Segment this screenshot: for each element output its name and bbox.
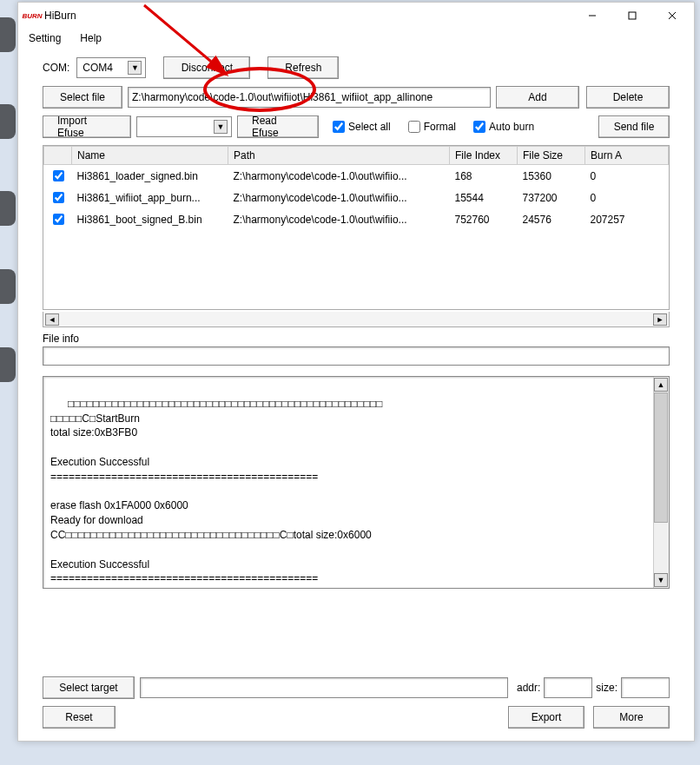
col-file-index[interactable]: File Index [450, 147, 518, 165]
close-button[interactable] [652, 3, 692, 29]
desktop-icon [0, 269, 16, 304]
cell-file-size: 737200 [518, 187, 585, 208]
scroll-thumb[interactable] [654, 392, 668, 523]
cell-burn-addr: 207257 [585, 208, 669, 230]
refresh-button[interactable]: Refresh [267, 56, 339, 79]
table-row[interactable]: Hi3861_wifiiot_app_burn...Z:\harmony\cod… [44, 187, 669, 208]
col-path[interactable]: Path [228, 147, 450, 165]
row-checkbox[interactable] [53, 214, 64, 225]
import-efuse-button[interactable]: Import Efuse [43, 115, 131, 138]
file-path-field[interactable]: Z:\harmony\code\code-1.0\out\wifiiot\Hi3… [128, 87, 491, 108]
fileinfo-label: File info [43, 333, 670, 345]
auto-burn-checkbox[interactable]: Auto burn [470, 118, 534, 135]
col-file-size[interactable]: File Size [518, 147, 585, 165]
addr-field[interactable] [544, 677, 592, 698]
efuse-select[interactable]: ▼ [136, 116, 232, 137]
scroll-down-icon[interactable]: ▼ [654, 573, 668, 587]
cell-path: Z:\harmony\code\code-1.0\out\wifiio... [228, 165, 450, 188]
app-icon: BURN [25, 9, 39, 23]
formal-checkbox[interactable]: Formal [405, 118, 456, 135]
scroll-right-icon[interactable]: ► [653, 313, 667, 326]
fileinfo-field[interactable] [43, 346, 670, 366]
log-output[interactable]: □□□□□□□□□□□□□□□□□□□□□□□□□□□□□□□□□□□□□□□□… [43, 376, 670, 589]
com-value: COM4 [83, 62, 113, 74]
cell-burn-addr: 0 [585, 165, 669, 188]
export-button[interactable]: Export [508, 706, 584, 729]
select-file-button[interactable]: Select file [43, 86, 122, 109]
cell-file-index: 15544 [450, 187, 518, 208]
disconnect-button[interactable]: Disconnect [163, 56, 250, 79]
row-checkbox[interactable] [53, 170, 64, 181]
cell-path: Z:\harmony\code\code-1.0\out\wifiio... [228, 208, 450, 230]
app-window: BURN HiBurn Setting Help COM: COM4 ▼ [17, 2, 695, 742]
chevron-down-icon: ▼ [128, 61, 142, 75]
close-icon [668, 11, 677, 20]
select-all-checkbox[interactable]: Select all [329, 118, 391, 135]
cell-name: Hi3861_boot_signed_B.bin [72, 208, 228, 230]
desktop-icon [0, 191, 16, 226]
target-field[interactable] [140, 677, 508, 698]
maximize-icon [628, 11, 637, 20]
select-target-button[interactable]: Select target [43, 676, 135, 699]
scroll-left-icon[interactable]: ◄ [45, 313, 59, 326]
svg-rect-1 [629, 12, 636, 19]
cell-burn-addr: 0 [585, 187, 669, 208]
addr-label: addr: [517, 682, 540, 694]
reset-button[interactable]: Reset [43, 706, 116, 729]
title-bar[interactable]: BURN HiBurn [18, 3, 694, 29]
cell-file-size: 15360 [518, 165, 585, 188]
file-table[interactable]: Name Path File Index File Size Burn A Hi… [43, 145, 670, 310]
com-select[interactable]: COM4 ▼ [76, 57, 146, 78]
cell-file-size: 24576 [518, 208, 585, 230]
add-button[interactable]: Add [496, 86, 579, 109]
col-check[interactable] [44, 147, 72, 165]
send-file-button[interactable]: Send file [598, 115, 670, 138]
maximize-button[interactable] [612, 3, 652, 29]
window-title: HiBurn [44, 10, 76, 22]
size-label: size: [596, 682, 617, 694]
table-row[interactable]: Hi3861_boot_signed_B.binZ:\harmony\code\… [44, 208, 669, 230]
col-name[interactable]: Name [72, 147, 228, 165]
size-field[interactable] [621, 677, 670, 698]
cell-path: Z:\harmony\code\code-1.0\out\wifiio... [228, 187, 450, 208]
col-burn-addr[interactable]: Burn A [585, 147, 669, 165]
desktop-icon [0, 17, 16, 52]
delete-button[interactable]: Delete [586, 86, 670, 109]
read-efuse-button[interactable]: Read Efuse [237, 115, 319, 138]
desktop-icon [0, 347, 16, 382]
chevron-down-icon: ▼ [214, 120, 228, 134]
more-button[interactable]: More [593, 706, 670, 729]
minimize-button[interactable] [572, 3, 612, 29]
row-checkbox[interactable] [53, 192, 64, 203]
cell-file-index: 752760 [450, 208, 518, 230]
desktop-icon [0, 104, 16, 139]
cell-name: Hi3861_wifiiot_app_burn... [72, 187, 228, 208]
com-label: COM: [43, 62, 69, 74]
minimize-icon [588, 11, 597, 20]
table-row[interactable]: Hi3861_loader_signed.binZ:\harmony\code\… [44, 165, 669, 188]
table-scrollbar[interactable]: ◄ ► [43, 312, 670, 327]
menu-setting[interactable]: Setting [25, 30, 64, 46]
menu-bar: Setting Help [18, 29, 694, 48]
scroll-up-icon[interactable]: ▲ [654, 378, 668, 392]
cell-name: Hi3861_loader_signed.bin [72, 165, 228, 188]
menu-help[interactable]: Help [76, 30, 105, 46]
cell-file-index: 168 [450, 165, 518, 188]
log-text: □□□□□□□□□□□□□□□□□□□□□□□□□□□□□□□□□□□□□□□□… [50, 398, 382, 589]
